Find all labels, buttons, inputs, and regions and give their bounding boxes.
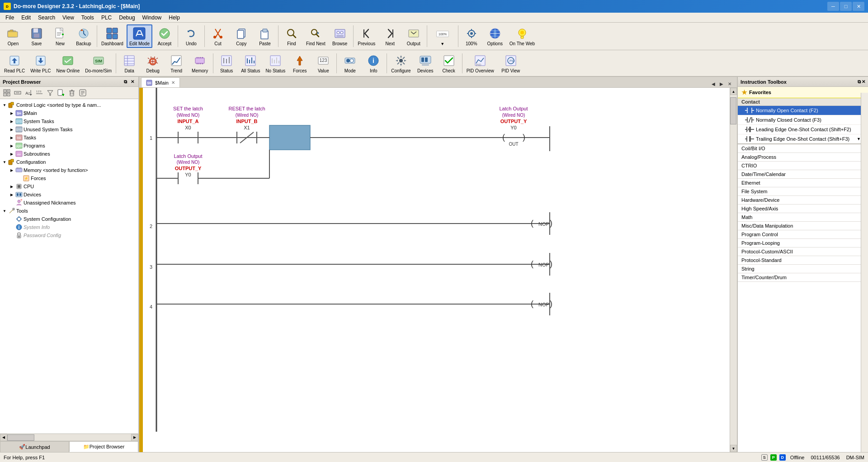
tree-item-configuration[interactable]: ▼ Configuration (0, 158, 138, 166)
expander-devices[interactable]: ▶ (8, 191, 15, 198)
cat-ctrio[interactable]: CTRIO (738, 162, 868, 170)
status-button[interactable]: Status (215, 52, 238, 75)
expander-programs[interactable]: ▶ (8, 142, 15, 149)
toolbox-float-btn[interactable]: ⧉ (858, 79, 861, 85)
vscroll-down-btn[interactable]: ▼ (730, 445, 737, 452)
info-button[interactable]: i Info (362, 52, 385, 75)
pb-expand-all[interactable] (2, 88, 12, 98)
save-button[interactable]: Save (25, 24, 48, 48)
tree-item-subroutines[interactable]: ▶ sbr Subroutines (0, 150, 138, 158)
tree-item-system-tasks[interactable]: ▶ SYS System Tasks (0, 117, 138, 125)
cat-protocol-standard[interactable]: Protocol-Standard (738, 256, 868, 265)
cat-program-control[interactable]: Program Control (738, 230, 868, 239)
menu-window[interactable]: Window (139, 14, 165, 22)
tree-item-control-logic[interactable]: ▼ Control Logic <sorted by type & nam... (0, 101, 138, 109)
backup-button[interactable]: Backup (72, 24, 95, 48)
tree-item-system-config[interactable]: ▶ System Configuration (0, 215, 138, 223)
menu-tools[interactable]: Tools (78, 14, 98, 22)
expander-tasks[interactable]: ▶ (8, 134, 15, 141)
tree-item-unused-system-tasks[interactable]: ▶ SYS Unused System Tasks (0, 125, 138, 133)
smain-editor-tab[interactable]: $H $Main ✕ (141, 77, 180, 87)
all-status-button[interactable]: All Status (239, 52, 262, 75)
instruction-box[interactable] (269, 125, 310, 150)
accept-button[interactable]: Accept (153, 24, 176, 48)
value-button[interactable]: 123 Value (312, 52, 335, 75)
pb-close-button[interactable]: ✕ (129, 79, 136, 85)
pid-view-button[interactable]: PID PID View (497, 52, 524, 75)
no-status-button[interactable]: No Status (263, 52, 288, 75)
data-button[interactable]: Data (118, 52, 141, 75)
tree-item-devices[interactable]: ▶ Devices (0, 191, 138, 199)
undo-button[interactable]: Undo (180, 24, 203, 48)
next-button[interactable]: Next (379, 24, 401, 48)
pb-sort-type[interactable]: 123 (34, 88, 44, 98)
expander-memory[interactable]: ▶ (8, 167, 15, 174)
zoom-button[interactable]: 100% ▼ (429, 24, 456, 48)
pb-collapse-all[interactable] (13, 88, 23, 98)
expander-smain[interactable]: ▶ (8, 110, 15, 117)
cat-misc[interactable]: Misc/Data Manipulation (738, 222, 868, 230)
write-plc-button[interactable]: Write PLC (28, 52, 53, 75)
scroll-left-btn[interactable]: ◀ (0, 434, 7, 441)
menu-debug[interactable]: Debug (115, 14, 138, 22)
pb-hscrollbar[interactable]: ◀ ▶ (0, 433, 138, 441)
tab-close-all-button[interactable]: ✕ (726, 80, 733, 87)
expander-subroutines[interactable]: ▶ (8, 150, 15, 157)
tab-forward-button[interactable]: ▶ (718, 80, 725, 87)
ladder-vscrollbar[interactable]: ▲ ▼ (730, 88, 737, 452)
scroll-right-btn[interactable]: ▶ (131, 434, 138, 441)
cut-button[interactable]: Cut (207, 24, 229, 48)
tree-item-system-info[interactable]: ▶ i System Info (0, 223, 138, 231)
menu-view[interactable]: View (59, 14, 78, 22)
toolbox-leading-edge[interactable]: Leading Edge One-Shot Contact (Shift+F2) (738, 125, 868, 134)
forces-button[interactable]: Forces (288, 52, 311, 75)
launchpad-tab[interactable]: 🚀 Launchpad (0, 441, 69, 452)
new-online-button[interactable]: New Online (54, 52, 82, 75)
toolbox-no-contact[interactable]: Normally Open Contact (F2) (738, 106, 868, 115)
paste-button[interactable]: Paste (254, 24, 276, 48)
tree-item-programs[interactable]: ▶ pgm Programs (0, 142, 138, 150)
project-browser-tab[interactable]: 📁 Project Browser (69, 441, 138, 452)
memory-button[interactable]: Memory (189, 52, 211, 75)
cat-math[interactable]: Math (738, 213, 868, 222)
devices-button[interactable]: Devices (414, 52, 437, 75)
browse-button[interactable]: Browse (329, 24, 351, 48)
open-button[interactable]: Open (2, 24, 24, 48)
tree-item-memory-sorted[interactable]: ▶ Memory <sorted by function> (0, 166, 138, 174)
cat-string[interactable]: String (738, 265, 868, 273)
hscroll-thumb[interactable] (7, 434, 34, 441)
tab-back-button[interactable]: ◀ (710, 80, 717, 87)
pb-float-button[interactable]: ⧉ (122, 79, 128, 85)
vscroll-thumb[interactable] (730, 97, 736, 124)
expander-system-tasks[interactable]: ▶ (8, 118, 15, 125)
cat-highspeed[interactable]: High Speed/Axis (738, 205, 868, 213)
cat-coil-bit[interactable]: Coil/Bit I/O (738, 144, 868, 153)
toolbox-trailing-edge[interactable]: Trailing Edge One-Shot Contact (Shift+F3… (738, 134, 868, 144)
minimize-button[interactable]: ─ (827, 2, 839, 11)
tree-item-forces[interactable]: ▶ ⚡ Forces (0, 174, 138, 182)
tree-item-unassigned[interactable]: ▶ ? Unassigned Nicknames (0, 199, 138, 207)
mode-button[interactable]: Mode (339, 52, 361, 75)
copy-button[interactable]: Copy (230, 24, 253, 48)
cat-program-looping[interactable]: Program-Looping (738, 239, 868, 248)
cat-timer-counter[interactable]: Timer/Counter/Drum (738, 273, 868, 282)
tree-item-tools[interactable]: ▼ Tools (0, 207, 138, 215)
menu-plc[interactable]: PLC (98, 14, 115, 22)
dashboard-button[interactable]: Dashboard (99, 24, 126, 48)
pb-filter[interactable] (45, 88, 55, 98)
pb-sort-alpha[interactable]: AZ (24, 88, 33, 98)
expander-cpu[interactable]: ▶ (8, 183, 15, 190)
menu-search[interactable]: Search (34, 14, 59, 22)
tree-item-password-config[interactable]: ▶ Password Config (0, 231, 138, 239)
close-button[interactable]: ✕ (853, 2, 864, 11)
output-button[interactable]: Output (402, 24, 425, 48)
cat-protocol-ascii[interactable]: Protocol-Custom/ASCII (738, 248, 868, 256)
find-button[interactable]: Find (280, 24, 303, 48)
options-button[interactable]: 100% (460, 24, 483, 48)
expander-control-logic[interactable]: ▼ (1, 101, 8, 109)
domore-sim-button[interactable]: SIM Do-more/Sim (83, 52, 114, 75)
configure-button[interactable]: Configure (389, 52, 413, 75)
hscroll-track[interactable] (7, 434, 131, 441)
expander-tools[interactable]: ▼ (1, 207, 8, 214)
tree-item-smain[interactable]: ▶ $H $Main (0, 109, 138, 117)
